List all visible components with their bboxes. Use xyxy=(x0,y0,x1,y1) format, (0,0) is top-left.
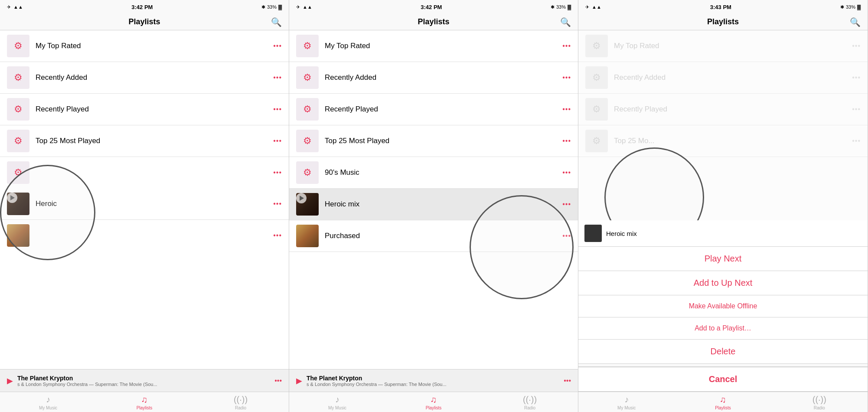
mini-play-button-1[interactable]: ▶ xyxy=(7,376,13,386)
playlist-thumb: ⚙ xyxy=(585,66,608,89)
mini-more-1[interactable]: ••• xyxy=(274,377,282,385)
bluetooth-icon-2: ✱ xyxy=(551,4,555,10)
more-button: ••• xyxy=(852,74,861,82)
list-item[interactable]: ⚙ Recently Played ••• xyxy=(0,94,289,125)
more-button[interactable]: ••• xyxy=(562,232,571,240)
list-item[interactable]: ••• xyxy=(0,220,289,251)
nav-bar-1: Playlists 🔍 xyxy=(0,14,289,30)
tab-label-my-music-3: My Music xyxy=(617,405,636,410)
playlist-name: Purchased xyxy=(325,232,562,240)
radio-icon-1: ((·)) xyxy=(234,395,248,405)
list-item[interactable]: ⚙ ••• xyxy=(0,157,289,188)
more-button[interactable]: ••• xyxy=(273,232,282,239)
status-right-3: ✱ 33% ▓ xyxy=(840,4,861,10)
list-item[interactable]: ⚙ My Top Rated ••• xyxy=(289,30,578,62)
tab-playlists-2[interactable]: ♫ Playlists xyxy=(385,395,482,410)
more-button[interactable]: ••• xyxy=(562,42,571,50)
screen3-content: ⚙ My Top Rated ••• ⚙ Recently Added ••• … xyxy=(578,30,868,392)
action-play-next[interactable]: Play Next xyxy=(578,247,868,271)
tab-my-music-2[interactable]: ♪ My Music xyxy=(289,395,385,410)
battery-1: 33% xyxy=(267,4,277,10)
more-button[interactable]: ••• xyxy=(562,105,571,113)
playlist-name: My Top Rated xyxy=(36,42,273,50)
playlist-name: My Top Rated xyxy=(325,42,562,50)
list-item[interactable]: ⚙ Recently Added ••• xyxy=(289,62,578,94)
tab-radio-3[interactable]: ((·)) Radio xyxy=(771,395,868,410)
more-button[interactable]: ••• xyxy=(273,200,282,208)
search-button-2[interactable]: 🔍 xyxy=(560,17,571,27)
tab-radio-2[interactable]: ((·)) Radio xyxy=(482,395,578,410)
nav-bar-2: Playlists 🔍 xyxy=(289,14,578,30)
list-item[interactable]: ⚙ 90's Music ••• xyxy=(289,157,578,189)
more-button: ••• xyxy=(852,137,861,145)
action-cancel[interactable]: Cancel xyxy=(578,366,868,392)
more-button[interactable]: ••• xyxy=(273,74,282,82)
more-button[interactable]: ••• xyxy=(562,169,571,177)
play-icon xyxy=(300,196,304,201)
mini-more-2[interactable]: ••• xyxy=(564,377,571,385)
mini-subtitle-1: s & London Symphony Orchestra — Superman… xyxy=(17,382,270,387)
list-item[interactable]: ⚙ Top 25 Most Played ••• xyxy=(0,125,289,157)
playlist-thumb xyxy=(7,224,29,247)
mini-player-1[interactable]: ▶ The Planet Krypton s & London Symphony… xyxy=(0,369,289,392)
tab-my-music-3[interactable]: ♪ My Music xyxy=(578,395,675,410)
playlist-thumb: ⚙ xyxy=(7,98,29,121)
mini-player-2[interactable]: ▶ The Planet Krypton s & London Symphony… xyxy=(289,369,578,392)
tab-playlists-3[interactable]: ♫ Playlists xyxy=(675,395,771,410)
action-add-up-next[interactable]: Add to Up Next xyxy=(578,271,868,295)
list-item[interactable]: ⚙ Recently Played ••• xyxy=(289,94,578,125)
mini-subtitle-2: s & London Symphony Orchestra — Superman… xyxy=(307,382,559,387)
list-item[interactable]: Heroic mix ••• xyxy=(289,189,578,220)
action-delete[interactable]: Delete xyxy=(578,340,868,364)
mini-info-2: The Planet Krypton s & London Symphony O… xyxy=(307,375,559,387)
screen-1: ✈ ▲▲ 3:42 PM ✱ 33% ▓ Playlists 🔍 ⚙ My To… xyxy=(0,0,289,412)
radio-icon-2: ((·)) xyxy=(523,395,537,405)
playlist-thumb: ⚙ xyxy=(585,35,608,57)
more-button[interactable]: ••• xyxy=(273,42,282,50)
tab-label-radio-3: Radio xyxy=(814,405,825,410)
note-icon-1: ♪ xyxy=(46,395,50,405)
playlist-name: Top 25 Most Played xyxy=(325,137,562,145)
screen-2: ✈ ▲▲ 3:42 PM ✱ 33% ▓ Playlists 🔍 ⚙ My To… xyxy=(289,0,578,412)
list-item[interactable]: ⚙ Top 25 Most Played ••• xyxy=(289,125,578,157)
more-button[interactable]: ••• xyxy=(273,137,282,145)
gear-icon: ⚙ xyxy=(303,40,312,52)
more-button[interactable]: ••• xyxy=(273,169,282,177)
play-overlay xyxy=(7,193,17,203)
action-sheet-thumb xyxy=(584,225,602,242)
action-available-offline[interactable]: Make Available Offline xyxy=(578,295,868,317)
playlist-list-1: ⚙ My Top Rated ••• ⚙ Recently Added ••• … xyxy=(0,30,289,369)
list-item[interactable]: ⚙ My Top Rated ••• xyxy=(0,30,289,62)
playlist-name: Top 25 Mo... xyxy=(614,137,852,145)
list-item[interactable]: Heroic ••• xyxy=(0,188,289,220)
action-add-playlist[interactable]: Add to a Playlist… xyxy=(578,317,868,340)
wifi-icon-3: ▲▲ xyxy=(592,4,601,10)
playlist-name: Top 25 Most Played xyxy=(36,137,273,145)
tab-label-my-music-2: My Music xyxy=(328,405,346,410)
playlist-name: Heroic xyxy=(36,199,273,208)
action-sheet-title: Heroic mix xyxy=(606,230,637,237)
tab-radio-1[interactable]: ((·)) Radio xyxy=(193,395,289,410)
search-button-3[interactable]: 🔍 xyxy=(850,17,861,27)
gear-icon: ⚙ xyxy=(303,167,312,178)
airplane-icon: ✈ xyxy=(7,4,11,10)
mini-play-button-2[interactable]: ▶ xyxy=(296,376,302,386)
more-button[interactable]: ••• xyxy=(562,74,571,82)
gear-icon: ⚙ xyxy=(303,72,312,83)
radio-icon-3: ((·)) xyxy=(813,395,826,405)
tab-label-radio-1: Radio xyxy=(235,405,246,410)
more-button[interactable]: ••• xyxy=(562,200,571,208)
more-button[interactable]: ••• xyxy=(273,105,282,113)
tab-my-music-1[interactable]: ♪ My Music xyxy=(0,395,96,410)
battery-2: 33% xyxy=(556,4,566,10)
more-button[interactable]: ••• xyxy=(562,137,571,145)
playlist-name: 90's Music xyxy=(325,168,562,177)
play-icon xyxy=(10,195,15,200)
gear-icon: ⚙ xyxy=(14,72,23,83)
list-item[interactable]: Purchased ••• xyxy=(289,220,578,252)
tab-playlists-1[interactable]: ♫ Playlists xyxy=(96,395,193,410)
search-button-1[interactable]: 🔍 xyxy=(271,17,282,27)
status-right-2: ✱ 33% ▓ xyxy=(551,4,571,10)
list-item[interactable]: ⚙ Recently Added ••• xyxy=(0,62,289,94)
action-sheet-header: Heroic mix xyxy=(578,220,868,247)
